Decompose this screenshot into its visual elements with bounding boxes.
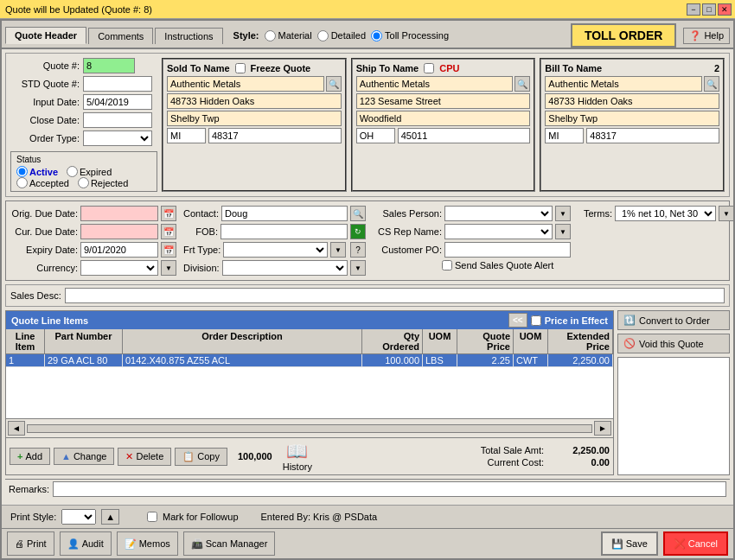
- contact-search-button[interactable]: 🔍: [350, 206, 366, 221]
- contact-label: Contact:: [183, 208, 219, 219]
- style-detailed[interactable]: Detailed: [317, 30, 366, 41]
- horizontal-scrollbar[interactable]: ◄ ►: [6, 418, 613, 437]
- tab-quote-header[interactable]: Quote Header: [5, 27, 86, 44]
- add-icon: +: [17, 451, 22, 461]
- input-date-input[interactable]: [83, 94, 152, 110]
- cur-due-date-calendar-button[interactable]: 📅: [161, 224, 176, 239]
- cur-due-date-input[interactable]: [80, 224, 158, 239]
- remarks-input[interactable]: [53, 481, 726, 497]
- sold-to-search-button[interactable]: 🔍: [326, 76, 342, 92]
- ship-to-city-input[interactable]: [356, 111, 531, 126]
- cs-rep-select[interactable]: [444, 224, 553, 239]
- sold-to-block: Sold To Name Freeze Quote 🔍: [162, 58, 347, 192]
- tab-comments[interactable]: Comments: [88, 28, 153, 44]
- print-button[interactable]: 🖨 Print: [7, 531, 54, 556]
- void-quote-button[interactable]: 🚫 Void this Quote: [617, 334, 730, 353]
- convert-to-order-button[interactable]: 🔃 Convert to Order: [617, 310, 730, 330]
- memos-button[interactable]: 📝 Memos: [117, 531, 178, 556]
- sales-person-select[interactable]: [444, 206, 553, 221]
- cpu-checkbox[interactable]: [424, 63, 434, 73]
- mark-followup-checkbox[interactable]: [147, 512, 157, 522]
- sold-to-zip-input[interactable]: [208, 128, 342, 143]
- style-toll-radio[interactable]: [371, 30, 382, 41]
- change-button[interactable]: ▲ Change: [54, 448, 114, 465]
- orig-due-date-calendar-button[interactable]: 📅: [161, 206, 176, 221]
- expiry-date-calendar-button[interactable]: 📅: [161, 242, 176, 258]
- close-button[interactable]: ✕: [718, 3, 732, 16]
- status-accepted-radio[interactable]: [16, 177, 28, 188]
- void-icon: 🚫: [623, 338, 636, 349]
- maximize-button[interactable]: □: [702, 3, 716, 16]
- close-date-input[interactable]: [83, 112, 152, 128]
- ship-to-search-button[interactable]: 🔍: [514, 76, 530, 92]
- contact-input[interactable]: [221, 206, 348, 221]
- scroll-left-button[interactable]: <<: [508, 313, 527, 328]
- status-active-radio[interactable]: [16, 166, 28, 177]
- status-rejected-radio[interactable]: [78, 177, 89, 188]
- frt-type-select[interactable]: [223, 242, 328, 258]
- table-body: 1 29 GA ACL 80 0142.X40.875 AZ55 ACL 100…: [6, 354, 613, 418]
- status-active-label: Active: [29, 167, 58, 177]
- currency-select[interactable]: [80, 260, 158, 276]
- bill-to-zip-input[interactable]: [586, 128, 719, 143]
- history-button[interactable]: 📖 History: [283, 441, 312, 472]
- status-expired-radio[interactable]: [67, 166, 78, 177]
- total-sale-label: Total Sale Amt:: [481, 445, 544, 455]
- quote-num-input[interactable]: [83, 58, 135, 73]
- print-style-up-button[interactable]: ▲: [101, 509, 119, 525]
- minimize-button[interactable]: −: [687, 3, 700, 16]
- scroll-right-arrow[interactable]: ►: [594, 421, 611, 436]
- fob-refresh-button[interactable]: ↻: [350, 224, 366, 239]
- fob-input[interactable]: [220, 224, 348, 239]
- bill-to-address1-input[interactable]: [545, 93, 719, 109]
- ship-to-state-input[interactable]: [356, 128, 395, 143]
- expiry-date-input[interactable]: [80, 242, 158, 258]
- orig-due-date-input[interactable]: [80, 206, 158, 221]
- bill-to-state-input[interactable]: [545, 128, 584, 143]
- bill-to-city-input[interactable]: [545, 111, 719, 126]
- delete-button[interactable]: ✕ Delete: [118, 448, 171, 466]
- status-active[interactable]: Active: [16, 166, 58, 177]
- status-expired[interactable]: Expired: [67, 166, 112, 177]
- sales-desc-input[interactable]: [65, 288, 725, 303]
- std-quote-input[interactable]: [83, 76, 152, 92]
- sold-to-state-input[interactable]: [167, 128, 206, 143]
- frt-type-dropdown-icon: ▼: [330, 242, 346, 258]
- currency-label: Currency:: [10, 263, 78, 273]
- send-alert-checkbox[interactable]: [442, 260, 452, 270]
- status-accepted[interactable]: Accepted: [16, 177, 69, 188]
- ship-to-zip-input[interactable]: [398, 128, 531, 143]
- sold-to-address1-input[interactable]: [167, 93, 342, 109]
- sold-to-city-input[interactable]: [167, 111, 342, 126]
- audit-button[interactable]: 👤 Audit: [60, 531, 112, 556]
- tab-instructions[interactable]: Instructions: [155, 28, 222, 44]
- frt-type-help-button[interactable]: ?: [350, 242, 366, 258]
- add-button[interactable]: + Add: [10, 448, 50, 465]
- scroll-left-arrow[interactable]: ◄: [8, 421, 25, 436]
- style-material[interactable]: Material: [265, 30, 312, 41]
- scroll-track[interactable]: [27, 424, 592, 433]
- order-type-select[interactable]: [83, 130, 152, 146]
- freeze-quote-checkbox[interactable]: [235, 63, 246, 73]
- bill-to-search-button[interactable]: 🔍: [704, 76, 719, 92]
- status-rejected[interactable]: Rejected: [78, 177, 128, 188]
- help-button[interactable]: ❓ Help: [683, 28, 730, 44]
- price-in-effect-row: << Price in Effect: [508, 313, 608, 328]
- ship-to-name-input[interactable]: [356, 76, 514, 92]
- table-row[interactable]: 1 29 GA ACL 80 0142.X40.875 AZ55 ACL 100…: [6, 354, 613, 367]
- customer-po-input[interactable]: [444, 242, 571, 258]
- copy-button[interactable]: 📋 Copy: [175, 448, 227, 466]
- save-button[interactable]: 💾 Save: [601, 531, 658, 556]
- style-toll[interactable]: Toll Processing: [371, 30, 449, 41]
- bill-to-name-input[interactable]: [545, 76, 702, 92]
- cancel-button[interactable]: ❌ Cancel: [663, 531, 728, 556]
- price-in-effect-checkbox[interactable]: [531, 315, 541, 326]
- division-select[interactable]: [222, 260, 348, 276]
- terms-select[interactable]: 1% net 10, Net 30: [615, 206, 716, 221]
- style-detailed-radio[interactable]: [317, 30, 329, 41]
- print-style-select[interactable]: [61, 509, 96, 525]
- ship-to-address1-input[interactable]: [356, 93, 531, 109]
- sold-to-name-input[interactable]: [167, 76, 324, 92]
- style-material-radio[interactable]: [265, 30, 276, 41]
- scan-manager-button[interactable]: 📠 Scan Manager: [183, 531, 276, 556]
